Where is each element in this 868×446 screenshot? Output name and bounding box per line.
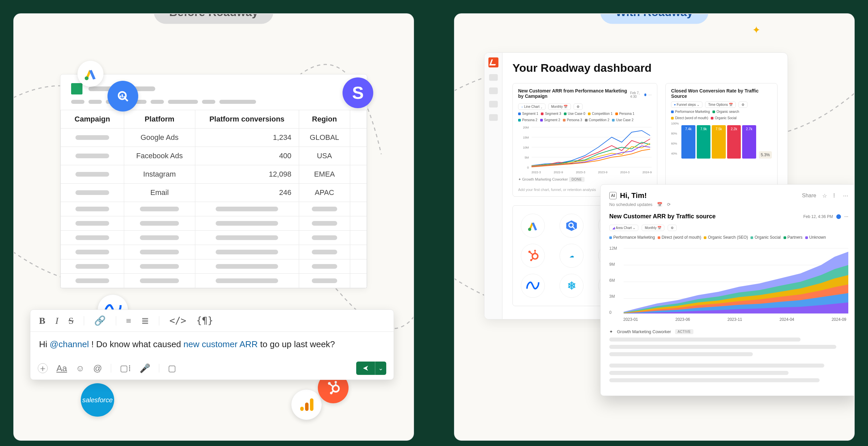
svg-point-7 (335, 381, 337, 383)
table-row[interactable] (61, 202, 367, 216)
card-title: Closed Won Conversion Rate by Traffic So… (671, 88, 772, 99)
italic-icon[interactable]: I (55, 316, 58, 326)
schedule-status: No scheduled updates (609, 202, 652, 207)
metric-link[interactable]: new customer ARR (184, 339, 258, 349)
bullet-list-icon[interactable]: ≣ (141, 315, 149, 326)
x-axis-labels: 2023-012023-062023-112024-042024-09 (609, 317, 848, 322)
settings-icon[interactable]: ⚙ (574, 103, 583, 110)
slack-message-input[interactable]: Hi @channel ! Do know what caused new cu… (30, 332, 394, 357)
card-title: New Customer ARR from Performance Market… (518, 88, 630, 99)
chart-type-select[interactable]: ◢ Area Chart ⌄ (609, 225, 638, 231)
table-row[interactable] (61, 245, 367, 259)
bigquery-icon (107, 81, 138, 112)
conversion-rate-card[interactable]: Closed Won Conversion Rate by Traffic So… (665, 83, 778, 197)
nav-item[interactable] (489, 74, 498, 81)
svg-point-20 (534, 250, 536, 251)
table-row[interactable]: Email246APAC (61, 184, 367, 202)
roadway-logo-icon[interactable] (488, 57, 498, 67)
arr-by-campaign-card[interactable]: New Customer ARR from Performance Market… (513, 83, 657, 197)
table-row[interactable] (61, 231, 367, 245)
spreadsheet-table[interactable]: Campaign Platform Platform conversions R… (60, 110, 367, 288)
calendar-icon[interactable]: 📅 (657, 202, 662, 207)
shortcut-icon[interactable]: ▢ (168, 363, 176, 374)
table-row[interactable] (61, 216, 367, 231)
time-options-select[interactable]: Time Options 📅 (705, 101, 736, 108)
before-panel: Before Roadway S salesforce Campaign (13, 13, 414, 441)
channel-mention[interactable]: @channel (50, 339, 89, 349)
table-row[interactable]: Facebook Ads400USA (61, 147, 367, 165)
sparkle-icon: ✦ (518, 177, 521, 181)
nav-item[interactable] (489, 88, 498, 94)
send-options-icon[interactable]: ⌄ (375, 361, 386, 375)
strike-icon[interactable]: S (68, 316, 74, 326)
mic-icon[interactable]: 🎤 (140, 363, 150, 374)
svg-rect-2 (300, 407, 304, 411)
nav-item[interactable] (489, 114, 498, 121)
slack-send-button[interactable]: ⌄ (356, 361, 386, 375)
salesforce-icon[interactable]: ☁ (560, 244, 584, 268)
ai-icon: AI (609, 192, 617, 199)
snowflake-icon[interactable]: ❄ (560, 274, 584, 298)
ai-insight-popup[interactable]: AIHi, Tim! Share ☆ ⠇ ⋯ No scheduled upda… (600, 184, 855, 396)
sparkle-icon: ✦ (752, 24, 761, 36)
table-row[interactable] (61, 274, 367, 288)
hubspot-icon[interactable] (521, 244, 545, 268)
star-icon[interactable]: ☆ (822, 193, 827, 199)
codeblock-icon[interactable]: {¶} (196, 315, 213, 326)
video-icon[interactable]: ▢⁞ (120, 363, 131, 374)
funnel-steps-select[interactable]: ▾ Funnel steps ⌄ (671, 101, 703, 108)
spreadsheet-window: Campaign Platform Platform conversions R… (60, 74, 367, 288)
before-badge: Before Roadway (154, 13, 273, 24)
slack-format-toolbar: B I S 🔗 ≡ ≣ </> {¶} (30, 310, 394, 332)
line-chart: 20M15M10M5M0 (518, 124, 652, 170)
svg-point-14 (528, 228, 531, 231)
table-row[interactable] (61, 259, 367, 274)
mention-icon[interactable]: @ (93, 363, 102, 374)
slack-composer[interactable]: B I S 🔗 ≡ ≣ </> {¶} Hi @channel ! Do kno… (30, 310, 394, 380)
link-icon[interactable]: 🔗 (94, 315, 106, 326)
popup-greeting: AIHi, Tim! (609, 191, 647, 200)
nav-rail (485, 53, 502, 319)
ordered-list-icon[interactable]: ≡ (126, 316, 131, 326)
chart-type-select[interactable]: ⬨ Line Chart ⌄ (518, 103, 546, 110)
bar-chart: 7.4k7.9k7.5k2.2k2.7k (681, 125, 756, 159)
table-row[interactable]: Instagram12,098EMEA (61, 165, 367, 184)
settings-icon[interactable]: ⚙ (739, 101, 747, 108)
more-icon[interactable]: ⋯ (844, 214, 848, 219)
table-row[interactable]: Google Ads1,234GLOBAL (61, 129, 367, 147)
emoji-icon[interactable]: ☺ (76, 363, 85, 374)
more-icon[interactable]: ⋯ (843, 193, 848, 199)
with-badge: With Roadway (600, 13, 708, 24)
nav-item[interactable] (489, 101, 498, 107)
share-button[interactable]: Share (802, 193, 816, 199)
text-format-icon[interactable]: Aa (56, 363, 67, 374)
col-campaign[interactable]: Campaign (61, 110, 124, 129)
col-conversions[interactable]: Platform conversions (195, 110, 299, 129)
send-icon[interactable] (356, 361, 375, 375)
col-platform[interactable]: Platform (124, 110, 195, 129)
bigquery-icon[interactable] (560, 214, 584, 238)
plus-icon[interactable]: ＋ (38, 363, 48, 373)
code-icon[interactable]: </> (169, 315, 186, 326)
bold-icon[interactable]: B (39, 316, 45, 326)
divider: ⠇ (833, 193, 837, 199)
col-region[interactable]: Region (299, 110, 350, 129)
settings-icon[interactable]: ⚙ (668, 225, 677, 231)
refresh-icon[interactable]: ⟳ (667, 202, 671, 207)
period-select[interactable]: Monthly 📅 (642, 225, 664, 231)
more-icon[interactable]: ⋯ (648, 93, 652, 97)
chart-legend: Segment 1Segment 3Use Case 0Competition … (518, 112, 652, 122)
sparkle-icon: ✦ (609, 329, 613, 334)
salesforce-icon: salesforce (81, 383, 114, 417)
area-chart: 12M9M6M3M0 (609, 242, 848, 315)
svg-point-0 (85, 76, 89, 81)
svg-rect-3 (305, 403, 308, 411)
period-select[interactable]: Monthly 📅 (548, 103, 571, 110)
google-ads-icon[interactable] (521, 214, 545, 238)
stripe-icon: S (343, 77, 373, 108)
dashboard-title: Your Roadway dashboard (513, 61, 778, 74)
insight-title: New Customer ARR by Traffic source (609, 213, 715, 220)
meta-icon[interactable] (521, 274, 545, 298)
coworker-label: Growth Marketing Coworker (617, 329, 671, 334)
google-ads-icon (78, 61, 103, 87)
